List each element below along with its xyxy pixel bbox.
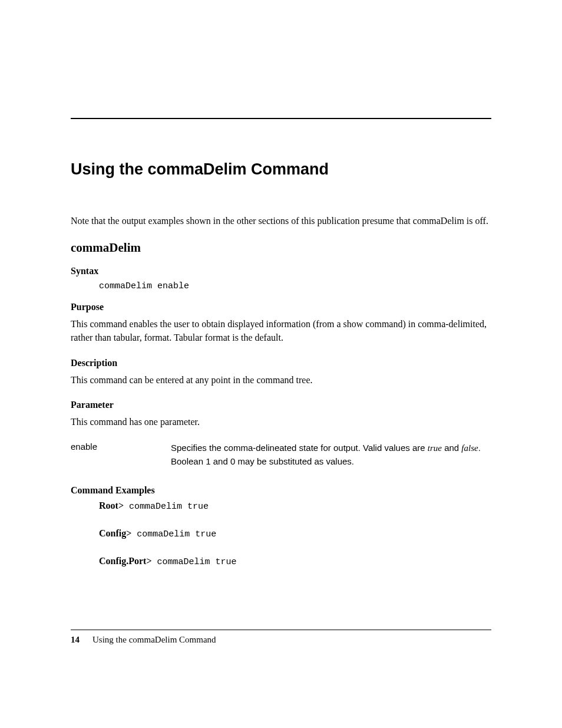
example-line: Root> commaDelim true xyxy=(99,500,491,512)
page-content: Using the commaDelim Command Note that t… xyxy=(0,0,562,567)
example-prompt: Root> xyxy=(99,500,124,510)
param-desc-part1: Specifies the comma-delineated state for… xyxy=(171,443,428,453)
description-heading: Description xyxy=(71,358,491,368)
footer-text: 14Using the commaDelim Command xyxy=(71,635,491,645)
example-prompt: Config.Port> xyxy=(99,556,152,566)
parameter-heading: Parameter xyxy=(71,400,491,410)
syntax-code: commaDelim enable xyxy=(99,281,491,291)
param-true-word: true xyxy=(428,443,442,453)
page-title: Using the commaDelim Command xyxy=(71,160,491,179)
parameter-description: Specifies the comma-delineated state for… xyxy=(171,442,491,468)
param-false-word: false xyxy=(461,443,478,453)
syntax-heading: Syntax xyxy=(71,266,491,276)
examples-heading: Command Examples xyxy=(71,485,491,496)
page-footer: 14Using the commaDelim Command xyxy=(71,630,491,645)
top-rule xyxy=(71,118,491,119)
parameter-name: enable xyxy=(71,442,171,468)
example-line: Config.Port> commaDelim true xyxy=(99,556,491,567)
example-command: commaDelim true xyxy=(131,529,216,539)
parameter-intro: This command has one parameter. xyxy=(71,415,491,429)
example-line: Config> commaDelim true xyxy=(99,528,491,539)
footer-chapter: Using the commaDelim Command xyxy=(92,635,216,644)
example-command: commaDelim true xyxy=(152,557,237,567)
description-text: This command can be entered at any point… xyxy=(71,373,491,387)
parameter-row: enable Specifies the comma-delineated st… xyxy=(71,442,491,468)
section-heading: commaDelim xyxy=(71,241,491,255)
purpose-heading: Purpose xyxy=(71,302,491,312)
purpose-text: This command enables the user to obtain … xyxy=(71,317,491,344)
example-command: commaDelim true xyxy=(124,502,209,512)
footer-rule xyxy=(71,630,491,630)
example-prompt: Config> xyxy=(99,528,131,538)
param-desc-part2: and xyxy=(442,443,461,453)
page-number: 14 xyxy=(71,635,80,644)
intro-paragraph: Note that the output examples shown in t… xyxy=(71,214,491,228)
